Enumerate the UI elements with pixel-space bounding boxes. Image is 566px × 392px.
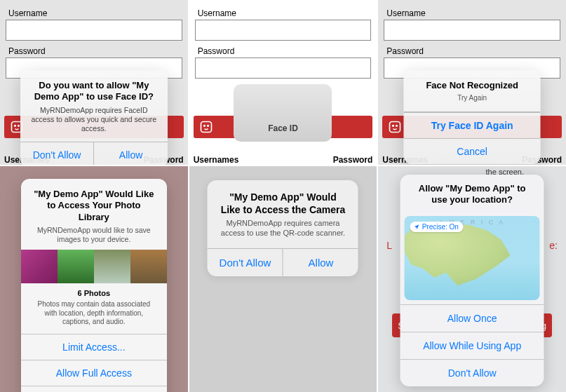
- map-land-icon: [405, 223, 520, 289]
- password-field[interactable]: [195, 58, 372, 79]
- dont-allow-button[interactable]: Don't Allow: [21, 386, 167, 393]
- alert-body: MyRNDemoApp would like to save images to…: [32, 226, 156, 244]
- username-field[interactable]: [195, 20, 372, 41]
- dont-allow-button[interactable]: Don't Allow: [400, 359, 544, 386]
- faceid-progress-label: Face ID: [268, 123, 298, 133]
- location-map[interactable]: A M E R I C A Precise: On: [405, 216, 540, 300]
- faceid-permission-alert: Do you want to allow "My Demo App" to us…: [20, 70, 168, 165]
- cell-faceid-progress: Username Password Usernames Password Fac…: [189, 0, 377, 165]
- password-label: Password: [8, 46, 180, 56]
- alert-title: "My Demo App" Would Like to Access the C…: [220, 191, 346, 216]
- cell-location: the screen. You can u L e: Sta ving Allo…: [378, 166, 566, 392]
- bg-red-left: L: [386, 240, 392, 251]
- username-field[interactable]: [384, 20, 560, 41]
- username-label: Username: [8, 8, 180, 18]
- svg-point-7: [393, 126, 394, 127]
- label-password: Password: [333, 155, 373, 165]
- cancel-button[interactable]: Cancel: [404, 138, 541, 164]
- svg-point-1: [15, 126, 16, 127]
- alert-body: MyRNDemoApp requires camera access to us…: [220, 219, 346, 238]
- svg-point-4: [203, 126, 205, 127]
- alert-title: Do you want to allow "My Demo App" to us…: [30, 80, 158, 103]
- camera-alert: "My Demo App" Would Like to Access the C…: [208, 180, 358, 276]
- dont-allow-button[interactable]: Don't Allow: [20, 142, 94, 165]
- svg-point-5: [207, 126, 208, 127]
- svg-point-8: [396, 126, 398, 127]
- location-alert: Allow "My Demo App" to use your location…: [400, 175, 544, 386]
- password-label: Password: [198, 46, 369, 56]
- precise-toggle[interactable]: Precise: On: [410, 222, 464, 232]
- thumbnail: [94, 250, 130, 283]
- biometric-icon: [198, 119, 215, 135]
- try-face-id-again-button[interactable]: Try Face ID Again: [404, 112, 541, 138]
- allow-while-using-button[interactable]: Allow While Using App: [400, 332, 544, 359]
- screenshots-grid: Username Password Usernames Password Do …: [0, 0, 566, 392]
- alert-title: Face Not Recognized: [414, 80, 531, 91]
- location-arrow-icon: [414, 224, 420, 230]
- password-label: Password: [386, 46, 558, 56]
- face-not-recognized-alert: Face Not Recognized Try Again Try Face I…: [404, 70, 541, 164]
- cell-face-not-recognized: Username Password Usernames Password Fac…: [378, 0, 566, 165]
- limit-access-button[interactable]: Limit Access...: [21, 334, 167, 360]
- precise-label: Precise: On: [422, 223, 459, 231]
- svg-rect-6: [390, 122, 400, 133]
- alert-title: "My Demo App" Would Like to Access Your …: [32, 189, 156, 223]
- photo-count: 6 Photos: [21, 283, 167, 300]
- photo-thumbnails: [21, 250, 167, 283]
- username-label: Username: [386, 8, 558, 18]
- allow-button[interactable]: Allow: [93, 142, 168, 165]
- photo-library-alert: "My Demo App" Would Like to Access Your …: [21, 179, 167, 392]
- alert-title: Allow "My Demo App" to use your location…: [412, 183, 533, 206]
- thumbnail: [58, 250, 94, 283]
- username-label: Username: [198, 8, 369, 18]
- biometric-icon: [386, 119, 403, 135]
- thumbnail: [21, 250, 58, 283]
- allow-button[interactable]: Allow: [283, 249, 358, 276]
- svg-rect-3: [201, 122, 211, 133]
- thumbnail: [130, 250, 167, 283]
- cell-camera: "My Demo App" Would Like to Access the C…: [189, 166, 377, 392]
- bg-red-right: e:: [549, 240, 558, 251]
- photo-meta: Photos may contain data associated with …: [21, 300, 167, 334]
- username-field[interactable]: [6, 20, 182, 41]
- alert-subtitle: Try Again: [414, 94, 531, 103]
- label-usernames: Usernames: [194, 155, 239, 165]
- dont-allow-button[interactable]: Don't Allow: [208, 249, 283, 276]
- allow-once-button[interactable]: Allow Once: [400, 304, 544, 332]
- svg-point-2: [18, 126, 20, 127]
- cell-faceid-permission: Username Password Usernames Password Do …: [0, 0, 188, 165]
- alert-body: MyRNDemoApp requires FaceID access to al…: [30, 106, 158, 133]
- cell-photo-library: "My Demo App" Would Like to Access Your …: [0, 166, 188, 392]
- faceid-progress-box: Face ID: [234, 84, 332, 142]
- allow-full-access-button[interactable]: Allow Full Access: [21, 360, 167, 386]
- bottom-labels: Usernames Password: [194, 155, 373, 165]
